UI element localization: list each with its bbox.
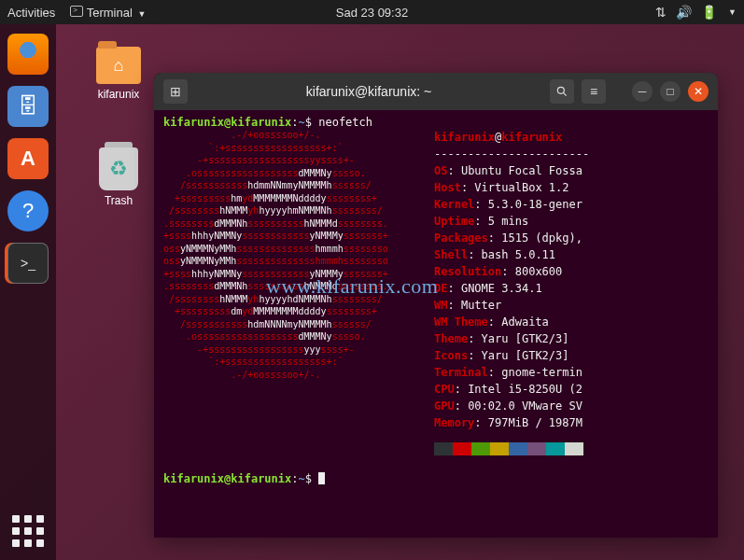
info-line: Shell: bash 5.0.11 (434, 246, 709, 263)
info-line: Host: VirtualBox 1.2 (434, 179, 709, 196)
neofetch-ascii-art: .-/+oossssoo+/-. `:+ssssssssssssssssss+:… (163, 129, 434, 455)
maximize-button[interactable]: □ (660, 81, 681, 102)
menu-button[interactable]: ≡ (582, 79, 606, 104)
terminal-body[interactable]: kifarunix@kifarunix:~$ neofetch .-/+ooss… (154, 110, 718, 538)
volume-icon[interactable]: 🔊 (676, 5, 692, 20)
prompt-line: kifarunix@kifarunix:~$ (163, 472, 709, 485)
terminal-icon[interactable] (7, 243, 49, 284)
info-line: OS: Ubuntu Focal Fossa (434, 162, 709, 179)
info-line: Icons: Yaru [GTK2/3] (434, 347, 709, 364)
search-button[interactable] (550, 79, 574, 104)
desktop-icon-label: kifarunix (86, 88, 151, 101)
firefox-icon[interactable] (7, 34, 49, 75)
prompt-line: kifarunix@kifarunix:~$ neofetch (163, 116, 709, 129)
chevron-down-icon: ▼ (137, 9, 146, 19)
terminal-window: ⊞ kifarunix@kifarunix: ~ ≡ ─ □ ✕ kifarun… (154, 73, 718, 538)
info-line: WM Theme: Adwaita (434, 314, 709, 330)
search-icon (555, 85, 569, 98)
info-line: WM: Mutter (434, 297, 709, 314)
neofetch-info: kifarunix@kifarunix --------------------… (434, 129, 709, 455)
info-line: DE: GNOME 3.34.1 (434, 280, 709, 297)
info-line: Uptime: 5 mins (434, 213, 709, 230)
window-titlebar[interactable]: ⊞ kifarunix@kifarunix: ~ ≡ ─ □ ✕ (154, 73, 718, 110)
info-line: CPU: Intel i5-8250U (2 (434, 381, 709, 398)
help-icon[interactable]: ? (7, 190, 49, 231)
info-line: Terminal: gnome-termin (434, 364, 709, 381)
battery-icon[interactable]: 🔋 (701, 5, 717, 20)
svg-point-0 (557, 87, 564, 93)
trash-icon: ♻ (99, 147, 138, 190)
folder-icon: ⌂ (96, 47, 141, 84)
desktop-folder-kifarunix[interactable]: ⌂ kifarunix (86, 47, 151, 101)
show-apps-button[interactable] (12, 515, 44, 547)
window-title: kifarunix@kifarunix: ~ (195, 84, 542, 99)
info-line: Kernel: 5.3.0-18-gener (434, 196, 709, 213)
close-button[interactable]: ✕ (688, 81, 709, 102)
app-menu[interactable]: Terminal ▼ (70, 6, 146, 20)
svg-line-1 (563, 92, 566, 95)
minimize-button[interactable]: ─ (632, 81, 653, 102)
info-line: Resolution: 800x600 (434, 263, 709, 280)
activities-button[interactable]: Activities (7, 6, 55, 20)
info-line: Packages: 1515 (dpkg), (434, 230, 709, 246)
color-swatches (434, 442, 709, 455)
info-line: Memory: 797MiB / 1987M (434, 414, 709, 431)
chevron-down-icon[interactable]: ▼ (728, 7, 737, 17)
command-text: neofetch (318, 116, 372, 129)
info-line: Theme: Yaru [GTK2/3] (434, 330, 709, 347)
files-icon[interactable]: 🗄 (7, 86, 49, 127)
desktop-trash[interactable]: ♻ Trash (86, 147, 151, 207)
desktop-icon-label: Trash (86, 194, 151, 207)
dock: 🗄 ? (0, 24, 56, 560)
info-line: GPU: 00:02.0 VMware SV (434, 398, 709, 414)
software-icon[interactable] (7, 138, 49, 179)
clock[interactable]: Sad 23 09:32 (336, 6, 408, 20)
new-tab-button[interactable]: ⊞ (163, 79, 188, 104)
terminal-icon (70, 6, 83, 17)
cursor (318, 472, 325, 484)
network-icon[interactable]: ⇅ (655, 5, 667, 20)
top-bar: Activities Terminal ▼ Sad 23 09:32 ⇅ 🔊 🔋… (0, 0, 744, 24)
